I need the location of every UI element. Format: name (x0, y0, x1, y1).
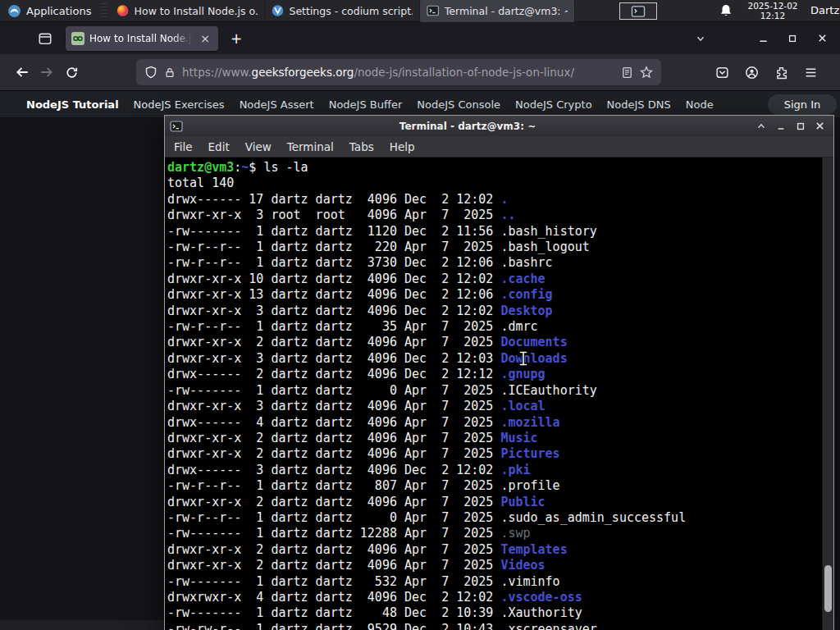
vscodium-icon (272, 4, 284, 17)
terminal-shade-button[interactable] (752, 118, 769, 135)
firefox-icon (116, 4, 129, 17)
file-name: .bashrc (500, 255, 552, 270)
applications-icon (7, 4, 21, 18)
browser-navigation-toolbar: https://www.geeksforgeeks.org/node-js/in… (0, 54, 840, 91)
ls-row: -rw------- 1 dartz dartz 0 Apr 7 2025 .I… (167, 383, 822, 399)
window-button-terminal[interactable]: Terminal - dartz@vm3: ~ (420, 0, 575, 22)
ls-row: -rw-rw-r-- 1 dartz dartz 9529 Dec 2 10:4… (167, 622, 822, 630)
terminal-scrollbar[interactable] (822, 158, 833, 630)
forward-button[interactable] (34, 60, 59, 84)
pocket-icon[interactable] (710, 61, 733, 84)
ls-row: drwxr-xr-x 2 dartz dartz 4096 Apr 7 2025… (167, 495, 822, 510)
terminal-close-button[interactable] (811, 118, 829, 135)
command-text: ls -la (263, 160, 308, 175)
file-name: .vscode-oss (500, 590, 582, 605)
file-name: .dmrc (500, 319, 537, 334)
clock-time: 12:12 (742, 11, 804, 21)
account-icon[interactable] (740, 61, 763, 84)
file-name: .config (500, 287, 552, 302)
panel-handle (100, 3, 107, 18)
site-nav-link[interactable]: NodeJS Console (417, 98, 500, 111)
file-name: .viminfo (500, 574, 559, 589)
file-name: Desktop (500, 304, 552, 318)
applications-menu-button[interactable]: Applications (0, 0, 98, 22)
url-bar[interactable]: https://www.geeksforgeeks.org/node-js/in… (136, 59, 661, 85)
ls-row: drwxr-xr-x 3 dartz dartz 4096 Dec 2 12:0… (167, 304, 822, 319)
tracking-shield-icon[interactable] (144, 66, 158, 79)
window-button-label: Settings - codium script... (289, 5, 413, 17)
ls-row: -rw------- 1 dartz dartz 1120 Dec 2 11:5… (167, 224, 822, 240)
menu-hamburger-icon[interactable] (799, 61, 822, 84)
workspace-switcher[interactable] (619, 2, 657, 20)
file-name: Pictures (500, 446, 559, 461)
terminal-icon (427, 4, 439, 17)
total-line: total 140 (167, 176, 822, 191)
terminal-menu-item[interactable]: Tabs (349, 140, 374, 153)
ls-row: drwxr-xr-x 13 dartz dartz 4096 Dec 2 12:… (167, 287, 822, 303)
terminal-title: Terminal - dartz@vm3: ~ (183, 121, 752, 132)
window-button-firefox[interactable]: How to Install Node.js o... (110, 0, 265, 22)
terminal-output-area[interactable]: dartz@vm3:~$ ls -la total 140 drwx------… (165, 158, 822, 630)
terminal-menu-item[interactable]: View (245, 140, 272, 153)
ls-row: drwx------ 4 dartz dartz 4096 Apr 7 2025… (167, 415, 822, 431)
tab-close-icon[interactable]: × (198, 32, 212, 45)
ibeam-cursor (518, 350, 528, 367)
file-name: .swp (500, 526, 530, 541)
window-button-vscodium[interactable]: Settings - codium script... (265, 0, 420, 22)
terminal-menu-item[interactable]: Terminal (287, 140, 334, 153)
file-name: .xscreensaver (500, 622, 596, 630)
list-all-tabs-chevron-icon[interactable] (689, 27, 712, 50)
site-nav-link[interactable]: Node (686, 98, 714, 111)
site-nav-link[interactable]: NodeJS Assert (240, 98, 314, 111)
desktop-panel: Applications How to Install Node.js o...… (0, 0, 840, 22)
file-name: Downloads (500, 351, 567, 366)
site-nav-link[interactable]: NodeJS Buffer (329, 98, 403, 111)
browser-close-button[interactable] (810, 27, 833, 50)
file-name: .bash_logout (500, 240, 589, 254)
browser-minimize-button[interactable] (751, 27, 774, 50)
ls-row: drwxrwxr-x 4 dartz dartz 4096 Dec 2 12:0… (167, 590, 822, 605)
back-button[interactable] (10, 60, 34, 84)
ls-row: drwxr-xr-x 10 dartz dartz 4096 Dec 2 12:… (167, 272, 822, 287)
prompt-line: dartz@vm3:~$ ls -la (167, 160, 822, 176)
reload-button[interactable] (59, 60, 84, 84)
ls-row: drwx------ 3 dartz dartz 4096 Dec 2 12:0… (167, 463, 822, 478)
site-nav-link[interactable]: NodeJS Exercises (134, 98, 225, 111)
bookmark-star-icon[interactable] (640, 66, 653, 79)
new-tab-button[interactable]: + (225, 27, 248, 50)
lock-icon[interactable] (164, 66, 176, 79)
file-name: .profile (500, 478, 559, 493)
window-button-label: Terminal - dartz@vm3: ~ (445, 5, 568, 17)
window-button-label: How to Install Node.js o... (135, 5, 258, 17)
notification-bell-icon[interactable] (719, 3, 733, 18)
file-name: .sudo_as_admin_successful (500, 510, 686, 525)
reader-view-icon[interactable] (621, 66, 633, 79)
page-content-strip (0, 620, 164, 630)
ls-listing: drwx------ 17 dartz dartz 4096 Dec 2 12:… (167, 192, 822, 630)
terminal-titlebar[interactable]: Terminal - dartz@vm3: ~ (165, 116, 833, 136)
terminal-maximize-button[interactable] (792, 118, 809, 135)
file-name: Public (500, 495, 545, 509)
terminal-menu-item[interactable]: Help (390, 140, 415, 153)
extensions-puzzle-icon[interactable] (769, 61, 792, 84)
panel-username[interactable]: Dartz (810, 4, 839, 16)
panel-clock[interactable]: 2025-12-02 12:12 (742, 2, 804, 21)
sign-in-button[interactable]: Sign In (768, 94, 838, 115)
terminal-scrollbar-thumb[interactable] (824, 565, 832, 612)
site-nav-link[interactable]: NodeJS DNS (607, 98, 671, 111)
ls-row: drwxr-xr-x 3 root root 4096 Apr 7 2025 .… (167, 208, 822, 223)
site-nav-primary[interactable]: NodeJS Tutorial (26, 98, 119, 111)
browser-tab[interactable]: How to Install Node.js on × (66, 26, 218, 51)
file-name: Videos (500, 558, 545, 573)
terminal-minimize-button[interactable] (772, 118, 789, 135)
file-name: .pki (500, 463, 530, 477)
browser-tab-bar: How to Install Node.js on × + (0, 22, 840, 54)
terminal-menu-item[interactable]: Edit (208, 140, 230, 153)
site-nav-link[interactable]: NodeJS Crypto (515, 98, 592, 111)
file-name: .cache (500, 272, 545, 286)
terminal-menubar: FileEditViewTerminalTabsHelp (165, 136, 833, 158)
browser-maximize-button[interactable] (781, 27, 804, 50)
firefox-view-icon[interactable] (33, 26, 57, 51)
prompt-user-host: dartz@vm3 (167, 160, 234, 175)
terminal-menu-item[interactable]: File (174, 140, 193, 153)
